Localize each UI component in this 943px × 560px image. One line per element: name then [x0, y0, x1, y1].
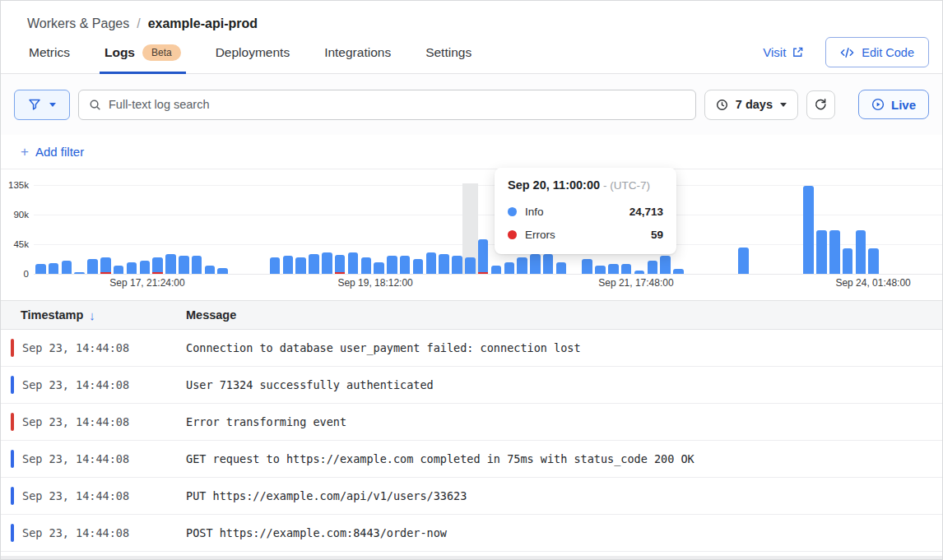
tab-logs[interactable]: Logs Beta — [105, 31, 181, 73]
live-button[interactable]: Live — [858, 90, 929, 119]
add-filter-button[interactable]: + Add filter — [21, 144, 84, 160]
info-level-indicator — [11, 487, 14, 505]
time-range-dropdown[interactable]: 7 days — [704, 90, 798, 120]
chart-bar-error-segment — [335, 272, 346, 274]
chart-bar[interactable] — [100, 257, 111, 274]
chart-bar[interactable] — [62, 261, 72, 274]
chart-bar[interactable] — [74, 272, 85, 274]
chart-bar[interactable] — [322, 252, 332, 274]
sort-descending-icon[interactable]: ↓ — [89, 308, 95, 322]
chart-bar[interactable] — [179, 256, 189, 274]
chart-bar[interactable] — [543, 254, 554, 274]
x-tick: Sep 19, 18:12:00 — [337, 277, 412, 289]
message-cell: Error transforming event — [186, 415, 346, 428]
tabs-row: Metrics Logs Beta Deployments Integratio… — [1, 31, 942, 74]
column-header-timestamp[interactable]: Timestamp ↓ — [21, 308, 186, 322]
chart-bar[interactable] — [127, 262, 137, 274]
timestamp-cell: Sep 23, 14:44:08 — [22, 452, 186, 465]
tab-integrations[interactable]: Integrations — [324, 31, 391, 73]
table-row[interactable]: Sep 23, 14:44:08PUT https://example.com/… — [1, 478, 942, 515]
chart-bars: Sep 17, 21:24:00 Sep 19, 18:12:00 Sep 21… — [34, 169, 942, 300]
chart-bar[interactable] — [140, 261, 151, 274]
x-tick: Sep 17, 21:24:00 — [109, 277, 184, 289]
chart-bar[interactable] — [843, 248, 853, 274]
chart-bar[interactable] — [295, 257, 306, 274]
chart-bar[interactable] — [335, 255, 346, 274]
beta-badge: Beta — [142, 44, 181, 61]
tab-settings[interactable]: Settings — [425, 31, 472, 73]
chart-bar[interactable] — [452, 256, 462, 274]
timestamp-cell: Sep 23, 14:44:08 — [22, 415, 186, 428]
chart-bar-error-segment — [152, 272, 163, 274]
search-input[interactable] — [109, 98, 685, 111]
tooltip-info-value: 24,713 — [629, 206, 663, 218]
chart-bar[interactable] — [270, 257, 281, 274]
message-cell: GET request to https://example.com compl… — [186, 452, 694, 465]
chart-bar[interactable] — [361, 257, 372, 274]
refresh-button[interactable] — [806, 90, 835, 119]
table-row[interactable]: Sep 23, 14:44:08Error transforming event — [1, 404, 942, 441]
chart-bar[interactable] — [504, 262, 515, 274]
chart-bar[interactable] — [673, 269, 684, 274]
chart-bar[interactable] — [165, 254, 176, 274]
table-row[interactable]: Sep 23, 14:44:08User 71324 successfully … — [1, 367, 942, 404]
chart-bar[interactable] — [803, 186, 814, 274]
chart-bar[interactable] — [152, 257, 163, 274]
chart-bar[interactable] — [283, 256, 294, 274]
tab-metrics[interactable]: Metrics — [29, 31, 70, 73]
chart-bar[interactable] — [374, 262, 384, 274]
chart-bar[interactable] — [868, 248, 879, 274]
chart-bar[interactable] — [348, 252, 359, 274]
search-box[interactable] — [78, 90, 696, 120]
table-row[interactable]: Sep 23, 14:44:08Connection to database u… — [1, 330, 942, 367]
chart-bar[interactable] — [49, 263, 59, 274]
chart-bar[interactable] — [478, 239, 489, 274]
chart-bar[interactable] — [648, 261, 658, 274]
filter-dropdown-button[interactable] — [14, 90, 70, 120]
edit-code-button[interactable]: Edit Code — [825, 37, 929, 67]
chart-bar[interactable] — [114, 266, 124, 274]
chart-bar[interactable] — [387, 256, 397, 274]
chart-bar[interactable] — [582, 259, 592, 274]
chart-bar[interactable] — [530, 254, 541, 274]
chart-bar[interactable] — [35, 264, 46, 274]
visit-link[interactable]: Visit — [763, 45, 804, 59]
chart-bar[interactable] — [738, 248, 749, 274]
table-row[interactable]: Sep 23, 14:44:08POST https://example.com… — [1, 515, 942, 552]
table-row[interactable]: Sep 23, 14:44:08GET request to https://e… — [1, 441, 942, 478]
chart-bar[interactable] — [465, 257, 476, 274]
chart-bar[interactable] — [491, 266, 502, 274]
y-tick: 45k — [1, 239, 29, 249]
external-link-icon — [792, 46, 804, 58]
chart-bar[interactable] — [426, 252, 437, 274]
funnel-icon — [28, 98, 41, 111]
y-tick: 90k — [1, 210, 29, 220]
chart-bar[interactable] — [556, 262, 567, 274]
message-cell: POST https://example.com:8443/order-now — [186, 526, 447, 539]
chart-bar[interactable] — [439, 254, 449, 274]
chart-bar[interactable] — [205, 266, 216, 274]
tabs: Metrics Logs Beta Deployments Integratio… — [29, 31, 472, 73]
next-row-peek — [1, 556, 942, 559]
chart-bar[interactable] — [400, 256, 411, 274]
chart-bar[interactable] — [816, 230, 827, 274]
chart-bar[interactable] — [192, 256, 202, 274]
chart-bar[interactable] — [660, 256, 671, 274]
chart-bar[interactable] — [634, 271, 645, 274]
chart-bar[interactable] — [309, 254, 319, 274]
chart-bar[interactable] — [829, 230, 840, 274]
refresh-icon — [814, 98, 827, 111]
breadcrumb-section[interactable]: Workers & Pages — [27, 16, 129, 30]
chart-bar[interactable] — [595, 266, 606, 274]
chart-bar-error-segment — [478, 272, 489, 274]
chart-bar[interactable] — [217, 268, 228, 274]
chart-bar[interactable] — [87, 259, 98, 274]
chart-bar[interactable] — [608, 264, 619, 274]
info-level-indicator — [11, 376, 14, 394]
tab-deployments[interactable]: Deployments — [216, 31, 290, 73]
chart-bar[interactable] — [413, 259, 424, 274]
chart-bar[interactable] — [621, 264, 632, 274]
chart-bar[interactable] — [856, 230, 866, 274]
chart-bar[interactable] — [517, 257, 527, 274]
tooltip-row-errors: Errors 59 — [508, 225, 663, 243]
